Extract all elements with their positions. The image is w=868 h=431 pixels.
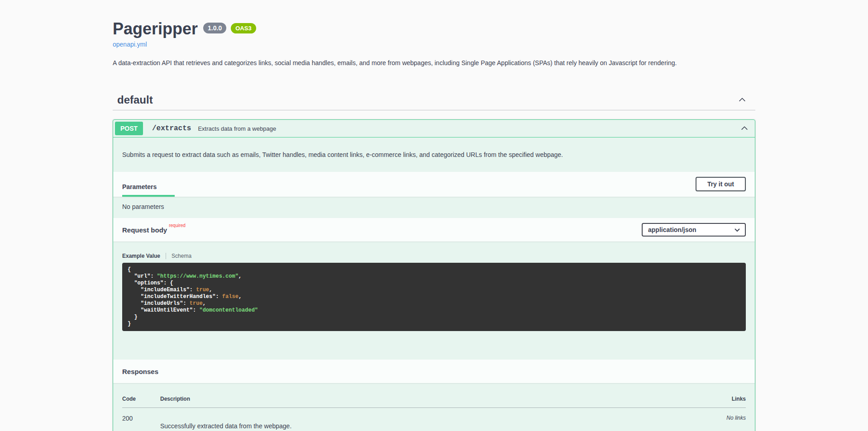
request-body-title-wrap: Request bodyrequired [122,226,186,234]
column-header-description: Description [160,392,692,408]
no-parameters-message: No parameters [113,197,755,218]
chevron-up-icon [738,96,746,104]
method-badge: POST [115,122,143,135]
api-description: A data-extraction API that retrieves and… [113,59,755,66]
example-tabs: Example Value Schema [122,253,746,259]
responses-table-header-row: Code Description Links [122,392,746,408]
response-description: Successfully extracted data from the web… [160,408,692,430]
page-title: Pageripper [113,19,198,38]
content-type-dropdown[interactable]: application/json [642,223,746,237]
parameters-header: Parameters Try it out [113,172,755,197]
collapse-section-button[interactable] [738,96,746,104]
tab-example-value[interactable]: Example Value [122,253,166,259]
required-label: required [169,223,186,228]
response-links: No links [692,408,746,430]
tab-parameters[interactable]: Parameters [122,176,175,197]
opblock-post-extracts: POST /extracts Extracts data from a webp… [113,119,755,431]
title-row: Pageripper 1.0.0 OAS3 [113,19,755,38]
request-body-title: Request body [122,226,167,234]
information-container: Pageripper 1.0.0 OAS3 openapi.yml A data… [104,0,764,66]
tag-section-default: default POST /extracts Extracts data fro… [113,89,755,431]
spec-link[interactable]: openapi.yml [113,41,147,48]
version-badge: 1.0.0 [203,23,226,33]
column-header-links: Links [692,392,746,408]
swagger-ui-page: Pageripper 1.0.0 OAS3 openapi.yml A data… [0,0,868,431]
request-example-code: { "url": "https://www.nytimes.com", "opt… [122,263,746,331]
oas3-badge: OAS3 [231,23,256,33]
chevron-up-icon [740,125,749,133]
response-code: 200 [122,408,160,430]
request-body-header: Request bodyrequired application/json [113,218,755,242]
operation-summary-description: Extracts data from a webpage [198,125,276,132]
table-row-response-200: 200 Successfully extracted data from the… [122,408,746,430]
operations-container: default POST /extracts Extracts data fro… [104,89,764,431]
responses-table: Code Description Links 200 Successfully … [122,392,746,430]
opblock-body: Submits a request to extract data such a… [113,137,755,431]
collapse-operation-button[interactable] [740,125,749,133]
model-example: Example Value Schema { "url": "https://w… [113,242,755,360]
operation-summary[interactable]: POST /extracts Extracts data from a webp… [113,120,755,137]
content-type-value: application/json [648,226,696,233]
tag-name: default [117,94,153,106]
tag-header[interactable]: default [113,89,755,110]
responses-table-wrap: Code Description Links 200 Successfully … [113,383,755,431]
try-it-out-button[interactable]: Try it out [696,177,746,191]
operation-path: /extracts [148,124,196,133]
responses-header: Responses [113,360,755,383]
operation-description: Submits a request to extract data such a… [113,137,755,172]
column-header-code: Code [122,392,160,408]
responses-title: Responses [122,368,158,375]
tab-schema[interactable]: Schema [166,253,191,259]
